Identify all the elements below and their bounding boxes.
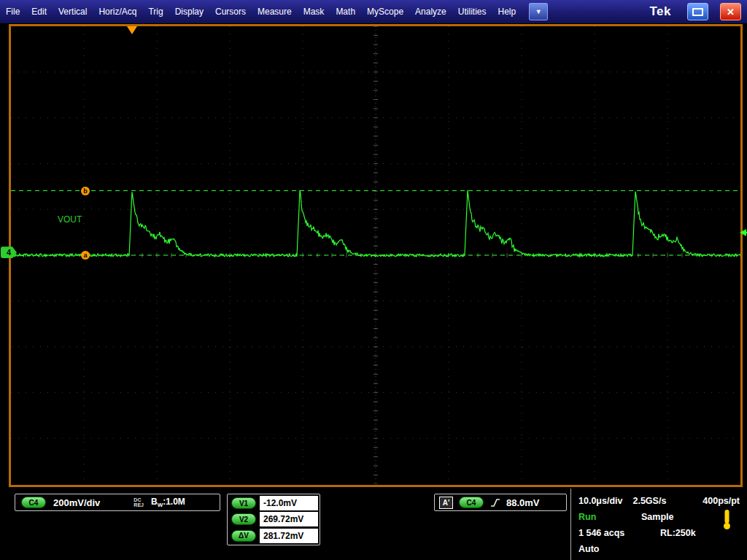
menu-item-edit[interactable]: Edit xyxy=(26,0,53,23)
acquisition-state: Run xyxy=(578,512,641,522)
rising-edge-icon xyxy=(489,497,500,508)
minimize-button[interactable] xyxy=(687,3,708,20)
channel-4-badge: C4 xyxy=(21,497,46,508)
acquisition-mode: Sample xyxy=(641,512,673,522)
dc-reject-coupling-indicator: DC REJ xyxy=(133,497,144,508)
cursor-value: 269.72mV xyxy=(260,512,318,526)
trigger-a-badge: A' xyxy=(439,497,453,509)
menu-item-utilities[interactable]: Utilities xyxy=(452,0,492,23)
menu-item-myscope[interactable]: MyScope xyxy=(361,0,409,23)
trigger-level-value: 88.0mV xyxy=(506,497,540,508)
scope-display-frame: VOUT b a 4 xyxy=(9,24,743,487)
minimize-icon xyxy=(692,8,703,16)
status-bar: C4 200mV/div DC REJ BW:1.0M V1-12.0mVV22… xyxy=(0,489,747,560)
close-button[interactable]: ✕ xyxy=(720,3,741,20)
cursor-readout-row: V1-12.0mV xyxy=(228,495,319,511)
menu-item-measure[interactable]: Measure xyxy=(252,0,298,23)
horizontal-acquisition-panel: 10.0μs/div 2.5GS/s 400ps/pt Run Sample 1… xyxy=(570,489,747,560)
coupling-top-label: DC xyxy=(133,497,144,502)
channel-4-trace xyxy=(11,190,740,257)
menu-item-file[interactable]: File xyxy=(0,0,26,23)
menu-bar: FileEditVerticalHoriz/AcqTrigDisplayCurs… xyxy=(0,0,747,23)
menu-item-vertical[interactable]: Vertical xyxy=(53,0,93,23)
menu-items: FileEditVerticalHoriz/AcqTrigDisplayCurs… xyxy=(0,0,522,23)
cursor-readouts[interactable]: V1-12.0mVV2269.72mVΔV281.72mV xyxy=(227,494,320,545)
titlebar-right: Tek ✕ xyxy=(649,3,747,20)
cursor-value: -12.0mV xyxy=(260,496,318,510)
cursor-readout-row: ΔV281.72mV xyxy=(228,528,319,544)
channel4-vertical-readout[interactable]: C4 200mV/div DC REJ BW:1.0M xyxy=(15,494,220,511)
vout-label: VOUT xyxy=(58,214,82,225)
timebase-value: 10.0μs/div xyxy=(578,496,622,506)
trigger-readout[interactable]: A' C4 88.0mV xyxy=(434,494,567,511)
trigger-position-marker[interactable] xyxy=(127,26,137,34)
sample-rate-value: 2.5GS/s xyxy=(632,496,666,506)
menu-item-math[interactable]: Math xyxy=(330,0,361,23)
menu-item-help[interactable]: Help xyxy=(492,0,522,23)
channel4-scale-value: 200mV/div xyxy=(53,497,100,508)
record-length: RL:250k xyxy=(660,528,696,538)
menu-more-button[interactable]: ▼ xyxy=(529,3,548,20)
menu-item-analyze[interactable]: Analyze xyxy=(409,0,452,23)
cursor-a-handle[interactable]: a xyxy=(81,251,90,260)
coupling-bottom-label: REJ xyxy=(133,502,144,508)
menu-item-cursors[interactable]: Cursors xyxy=(209,0,252,23)
acquisition-count: 1 546 acqs xyxy=(578,528,660,538)
menu-item-display[interactable]: Display xyxy=(169,0,209,23)
menu-item-mask[interactable]: Mask xyxy=(298,0,330,23)
cursor-badge: ΔV xyxy=(231,530,256,542)
bandwidth-readout: BW:1.0M xyxy=(151,497,185,508)
waveform-plot-area: VOUT b a 4 xyxy=(11,26,740,484)
menu-item-trig[interactable]: Trig xyxy=(142,0,169,23)
cursor-value: 281.72mV xyxy=(260,529,318,543)
waveform-layer xyxy=(11,26,740,484)
menu-item-horizacq[interactable]: Horiz/Acq xyxy=(93,0,142,23)
tek-logo: Tek xyxy=(649,4,671,19)
trigger-source-badge: C4 xyxy=(459,497,484,508)
cursor-readout-row: V2269.72mV xyxy=(228,511,319,527)
trigger-mode: Auto xyxy=(578,544,599,554)
resolution-value: 400ps/pt xyxy=(703,496,740,506)
cursor-badge: V1 xyxy=(231,497,256,509)
cursor-b-handle[interactable]: b xyxy=(81,187,90,195)
cursor-badge: V2 xyxy=(231,513,256,525)
close-icon: ✕ xyxy=(727,7,735,18)
left-arrow-icon xyxy=(740,228,747,237)
chevron-down-icon: ▼ xyxy=(535,8,542,15)
temperature-indicator-icon xyxy=(723,509,731,532)
